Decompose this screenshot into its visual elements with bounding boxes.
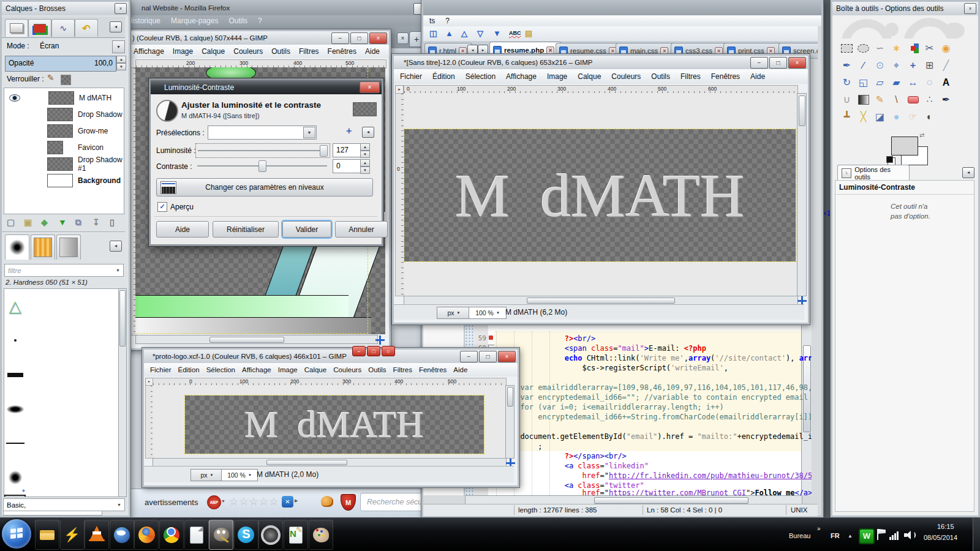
menu-item[interactable]: Outils bbox=[228, 17, 247, 25]
layer-row[interactable]: Drop Shadow bbox=[6, 106, 123, 122]
brightness-value-box[interactable]: 127 bbox=[333, 143, 361, 157]
tab-patterns[interactable] bbox=[31, 234, 55, 260]
close-icon[interactable]: × bbox=[498, 351, 516, 362]
visibility-eye-icon[interactable] bbox=[9, 178, 19, 184]
taskbar-icon-thunderbird[interactable] bbox=[110, 520, 134, 550]
visibility-eye-icon[interactable] bbox=[9, 128, 19, 134]
tool-zoom[interactable]: ⊙ bbox=[872, 57, 888, 73]
brush-item[interactable] bbox=[4, 392, 26, 426]
maximize-icon[interactable]: □ bbox=[479, 351, 497, 362]
wot-icon[interactable]: ✕ bbox=[282, 496, 293, 508]
tool-perspective[interactable]: ▰ bbox=[888, 74, 905, 91]
proto-vscrollbar[interactable] bbox=[505, 385, 514, 459]
minimize-icon[interactable]: − bbox=[460, 351, 478, 362]
restore-icon[interactable]: □ bbox=[367, 346, 380, 356]
brush-filter-input[interactable]: filtre ▼ bbox=[4, 264, 124, 277]
taskbar-icon-vlc[interactable] bbox=[85, 520, 109, 550]
tool-rotate[interactable]: ↻ bbox=[839, 74, 855, 91]
tool-flip[interactable]: ↔ bbox=[905, 74, 921, 91]
network-icon[interactable] bbox=[889, 530, 900, 540]
toolbar-icon-3[interactable]: ▽ bbox=[477, 28, 483, 39]
maximize-icon[interactable]: □ bbox=[350, 32, 368, 44]
tray-desktop-label[interactable]: Bureau bbox=[789, 532, 810, 539]
taskbar-icon-firefox[interactable] bbox=[134, 520, 159, 550]
proto-menubar[interactable]: FichierÉditionSélectionAffichageImageCal… bbox=[144, 363, 518, 377]
firefox-titlebar[interactable]: nal Website - Mozilla Firefox −□× bbox=[121, 2, 471, 15]
menu-item[interactable]: Outils bbox=[368, 366, 386, 373]
layer-row[interactable]: Drop Shadow #1 bbox=[6, 156, 123, 172]
menu-item[interactable]: Marque-pages bbox=[171, 17, 218, 25]
gimp-bg-menubar[interactable]: AffichageImageCalqueCouleursOutilsFiltre… bbox=[127, 45, 389, 58]
menu-help[interactable]: ? bbox=[445, 17, 450, 25]
toolbar-icon-5[interactable]: ABC bbox=[509, 28, 521, 39]
notepadpp-titlebar[interactable] bbox=[423, 2, 821, 15]
zoom-select[interactable]: 100 %▼ bbox=[469, 307, 507, 319]
taskbar-icon-speaker[interactable] bbox=[258, 520, 283, 550]
mcafee-icon[interactable]: M bbox=[341, 494, 356, 511]
visibility-eye-icon[interactable] bbox=[9, 94, 20, 102]
tool-measure[interactable]: ⌖ bbox=[888, 57, 905, 73]
gimp-bg-titlebar[interactable]: ) (Couleur RVB, 1 calque) 507x444 – GIMP… bbox=[127, 31, 389, 45]
menu-item[interactable]: Fenêtres bbox=[328, 47, 356, 56]
tool-shear[interactable]: ▱ bbox=[872, 74, 888, 91]
rating-stars-icon[interactable]: ☆☆☆☆☆ bbox=[229, 495, 279, 508]
contrast-slider[interactable] bbox=[195, 159, 329, 173]
proto-canvas[interactable]: M dMATH bbox=[153, 385, 505, 457]
menu-item[interactable]: Affichage bbox=[134, 47, 164, 56]
gimp-bg-hscrollbar[interactable] bbox=[135, 335, 378, 344]
tray-overflow-chevron[interactable]: » bbox=[817, 525, 821, 532]
brush-item[interactable]: + bbox=[4, 460, 26, 495]
menu-item[interactable]: Image bbox=[547, 72, 567, 81]
sans-titre-canvas[interactable]: M dMATH bbox=[404, 93, 797, 295]
tool-select-by-color[interactable] bbox=[905, 40, 921, 56]
menu-item[interactable]: Image bbox=[278, 366, 298, 373]
layer-name[interactable]: Grow-me bbox=[78, 127, 108, 135]
brush-item[interactable] bbox=[4, 426, 26, 460]
tool-scale[interactable]: ◱ bbox=[855, 74, 872, 91]
presets-dropdown-icon[interactable]: ▼ bbox=[303, 127, 315, 138]
close-icon[interactable]: ○ bbox=[382, 346, 395, 356]
visibility-eye-icon[interactable] bbox=[9, 161, 19, 167]
anchor-layer-icon[interactable]: ↧ bbox=[92, 217, 100, 227]
menu-fragment[interactable]: ts bbox=[429, 17, 435, 25]
toolbar-icon-2[interactable]: △ bbox=[461, 28, 467, 39]
tool-fuzzy-select[interactable]: ∗ bbox=[888, 40, 905, 56]
toolbox-titlebar[interactable]: Boîte à outils - Options des outils x bbox=[832, 2, 978, 15]
opacity-spinner[interactable]: ▲▼ bbox=[116, 56, 126, 70]
menu-item[interactable]: Filtres bbox=[680, 72, 701, 81]
tool-free-select[interactable]: ∽ bbox=[872, 40, 888, 56]
delete-layer-icon[interactable]: ▯ bbox=[110, 217, 115, 227]
filter-dropdown-icon[interactable]: ▼ bbox=[116, 268, 123, 272]
menu-item[interactable]: Filtres bbox=[393, 366, 412, 373]
add-preset-icon[interactable]: + bbox=[346, 126, 352, 137]
taskbar-icon-chrome[interactable] bbox=[159, 520, 184, 550]
tool-eraser[interactable] bbox=[905, 91, 921, 108]
swap-colors-icon[interactable]: ⇄ bbox=[919, 132, 924, 138]
visibility-eye-icon[interactable] bbox=[9, 111, 19, 118]
tool-paintbrush[interactable]: \ bbox=[888, 91, 905, 108]
unit-select[interactable]: px▼ bbox=[190, 469, 224, 481]
menu-item[interactable]: Couleurs bbox=[611, 72, 641, 81]
tool-color-picker[interactable]: ∕ bbox=[855, 57, 872, 73]
tool-clone[interactable]: ┻ bbox=[839, 108, 855, 125]
brush-preset-select[interactable]: Basic, ▼ bbox=[3, 498, 125, 511]
tool-dodge-burn[interactable]: ◐ bbox=[921, 108, 938, 125]
tab-gradients[interactable] bbox=[56, 234, 81, 260]
contrast-spinner[interactable]: ▲▼ bbox=[360, 159, 370, 174]
close-icon[interactable]: × bbox=[369, 32, 387, 44]
tool-rectangle-select[interactable] bbox=[839, 40, 855, 56]
presets-combo[interactable]: ▼ bbox=[208, 126, 317, 140]
menu-item[interactable]: Affichage bbox=[506, 72, 537, 81]
show-desktop-button[interactable] bbox=[973, 518, 980, 551]
tool-heal[interactable]: ╳ bbox=[855, 108, 872, 125]
raise-layer-icon[interactable]: ◆ bbox=[41, 217, 48, 227]
menu-item[interactable]: Filtres bbox=[299, 47, 319, 56]
duplicate-layer-icon[interactable]: ⧉ bbox=[75, 217, 81, 228]
tray-show-hidden-icons[interactable]: ▲ bbox=[848, 533, 853, 539]
panel-menu-icon[interactable]: ◂ bbox=[962, 167, 974, 178]
layer-row[interactable]: Background bbox=[6, 172, 123, 189]
brush-item[interactable] bbox=[4, 323, 26, 358]
tool-smudge[interactable]: ☞ bbox=[905, 108, 921, 125]
menu-item[interactable]: Couleurs bbox=[233, 47, 263, 56]
tool-text[interactable]: A bbox=[938, 74, 954, 91]
